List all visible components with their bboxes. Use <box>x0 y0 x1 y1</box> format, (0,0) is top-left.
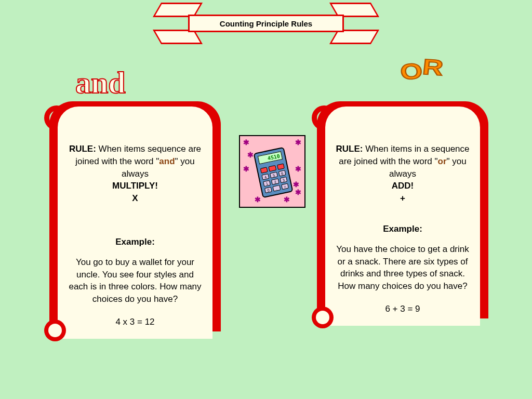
example-label: Example: <box>67 236 203 248</box>
title-banner: Counting Principle Rules <box>178 5 354 42</box>
star-icon: ✱ <box>295 165 301 173</box>
rule-label: RULE: <box>336 144 363 154</box>
or-letter: O <box>399 59 424 85</box>
calc-key: 2 <box>271 178 279 185</box>
or-heading: OR <box>401 57 443 82</box>
calc-key: 0 <box>264 187 272 193</box>
example-text: You have the choice to get a drink or a … <box>335 243 471 292</box>
calc-key <box>277 164 285 170</box>
example-text: You go to buy a wallet for your uncle. Y… <box>67 256 203 305</box>
keyword-or: or <box>438 156 447 166</box>
rule-label: RULE: <box>69 144 96 154</box>
star-icon: ✱ <box>247 151 254 159</box>
scroll-curl-icon <box>44 320 66 341</box>
answer: 6 + 3 = 9 <box>335 303 471 315</box>
example-label: Example: <box>335 223 471 235</box>
action-word: MULTIPLY! <box>112 181 158 191</box>
scroll-content: RULE: When items in a sequence are joine… <box>325 107 480 326</box>
answer: 4 x 3 = 12 <box>67 316 203 328</box>
calc-key <box>269 165 276 172</box>
star-icon: ✱ <box>243 165 249 173</box>
keyword-and: and <box>159 156 175 166</box>
page-title: Counting Principle Rules <box>220 19 312 28</box>
symbol: + <box>400 193 405 203</box>
star-icon: ✱ <box>243 138 249 147</box>
star-icon: ✱ <box>284 195 290 204</box>
scroll-content: RULE: When items sequence are joined wit… <box>58 107 212 339</box>
and-scroll: RULE: When items sequence are joined wit… <box>49 101 221 339</box>
calc-key: 3 <box>280 177 287 183</box>
calc-key: . <box>273 185 281 192</box>
calc-key: 5 <box>270 172 277 179</box>
calc-key: 4 <box>262 174 270 180</box>
calc-key: 6 <box>278 170 286 177</box>
star-icon: ✱ <box>293 180 299 189</box>
calculator-image: ✱ ✱ ✱ ✱ ✱ ✱ ✱ ✱ ✱ 4510 4 5 6 1 2 3 0 . = <box>239 135 305 208</box>
and-heading: and <box>75 65 126 101</box>
action-word: ADD! <box>392 181 414 191</box>
star-icon: ✱ <box>255 195 261 204</box>
title-box: Counting Principle Rules <box>188 15 344 32</box>
star-icon: ✱ <box>295 188 301 196</box>
or-letter: R <box>421 55 444 81</box>
calculator-icon: 4510 4 5 6 1 2 3 0 . = <box>254 147 294 198</box>
calc-key <box>260 167 268 174</box>
calc-key: 1 <box>263 180 271 187</box>
scroll-curl-icon <box>312 307 334 328</box>
calc-keys: 4 5 6 1 2 3 0 . = <box>257 162 291 195</box>
calc-key: = <box>281 183 289 190</box>
symbol: X <box>132 193 138 203</box>
or-scroll: RULE: When items in a sequence are joine… <box>317 101 488 326</box>
star-icon: ✱ <box>295 138 301 147</box>
